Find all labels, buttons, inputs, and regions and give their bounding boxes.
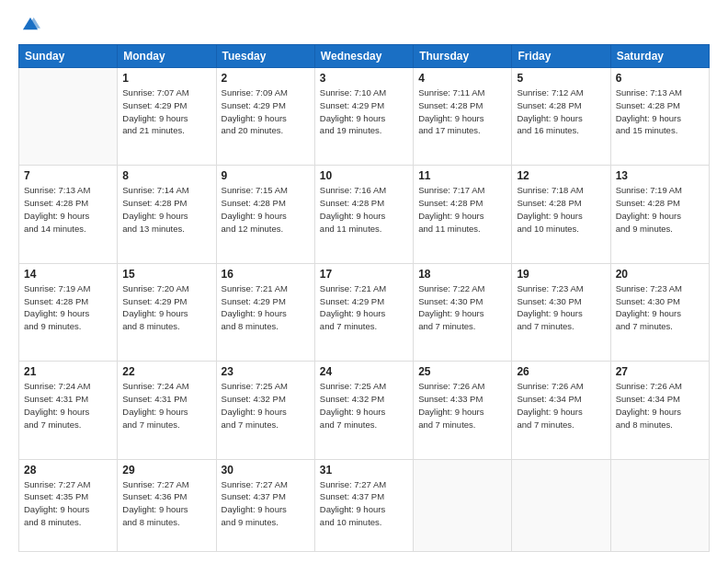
- calendar-cell: 18Sunrise: 7:22 AM Sunset: 4:30 PM Dayli…: [414, 263, 512, 361]
- day-info: Sunrise: 7:24 AM Sunset: 4:31 PM Dayligh…: [122, 380, 210, 431]
- day-info: Sunrise: 7:26 AM Sunset: 4:34 PM Dayligh…: [517, 380, 605, 431]
- calendar-cell: 14Sunrise: 7:19 AM Sunset: 4:28 PM Dayli…: [19, 263, 118, 361]
- day-number: 4: [418, 72, 506, 85]
- calendar-week-3: 14Sunrise: 7:19 AM Sunset: 4:28 PM Dayli…: [19, 263, 710, 361]
- day-number: 8: [122, 169, 210, 182]
- day-number: 9: [222, 169, 310, 182]
- day-number: 6: [616, 72, 704, 85]
- calendar-cell: 29Sunrise: 7:27 AM Sunset: 4:36 PM Dayli…: [118, 459, 216, 551]
- day-number: 17: [320, 268, 408, 281]
- day-info: Sunrise: 7:16 AM Sunset: 4:28 PM Dayligh…: [320, 184, 408, 235]
- calendar-cell: 13Sunrise: 7:19 AM Sunset: 4:28 PM Dayli…: [610, 166, 709, 263]
- calendar-cell: 6Sunrise: 7:13 AM Sunset: 4:28 PM Daylig…: [610, 68, 709, 166]
- day-info: Sunrise: 7:21 AM Sunset: 4:29 PM Dayligh…: [222, 282, 310, 333]
- logo-icon: [20, 15, 40, 35]
- calendar-cell: 16Sunrise: 7:21 AM Sunset: 4:29 PM Dayli…: [216, 263, 314, 361]
- day-info: Sunrise: 7:23 AM Sunset: 4:30 PM Dayligh…: [616, 282, 704, 333]
- day-info: Sunrise: 7:22 AM Sunset: 4:30 PM Dayligh…: [418, 282, 506, 333]
- calendar-cell: 23Sunrise: 7:25 AM Sunset: 4:32 PM Dayli…: [216, 362, 314, 459]
- calendar-cell: 8Sunrise: 7:14 AM Sunset: 4:28 PM Daylig…: [118, 166, 216, 263]
- day-info: Sunrise: 7:26 AM Sunset: 4:34 PM Dayligh…: [616, 380, 704, 431]
- calendar-cell: 28Sunrise: 7:27 AM Sunset: 4:35 PM Dayli…: [19, 459, 118, 551]
- day-info: Sunrise: 7:11 AM Sunset: 4:28 PM Dayligh…: [418, 86, 506, 137]
- calendar-cell: 26Sunrise: 7:26 AM Sunset: 4:34 PM Dayli…: [512, 362, 610, 459]
- day-info: Sunrise: 7:15 AM Sunset: 4:28 PM Dayligh…: [222, 184, 310, 235]
- day-number: 25: [418, 365, 506, 378]
- day-info: Sunrise: 7:17 AM Sunset: 4:28 PM Dayligh…: [418, 184, 506, 235]
- calendar-week-2: 7Sunrise: 7:13 AM Sunset: 4:28 PM Daylig…: [19, 166, 710, 263]
- calendar-cell: 27Sunrise: 7:26 AM Sunset: 4:34 PM Dayli…: [610, 362, 709, 459]
- weekday-header-wednesday: Wednesday: [314, 45, 413, 68]
- day-info: Sunrise: 7:19 AM Sunset: 4:28 PM Dayligh…: [616, 184, 704, 235]
- day-info: Sunrise: 7:14 AM Sunset: 4:28 PM Dayligh…: [122, 184, 210, 235]
- day-number: 16: [222, 268, 310, 281]
- calendar-table: SundayMondayTuesdayWednesdayThursdayFrid…: [18, 44, 710, 552]
- calendar-cell: 11Sunrise: 7:17 AM Sunset: 4:28 PM Dayli…: [414, 166, 512, 263]
- day-info: Sunrise: 7:13 AM Sunset: 4:28 PM Dayligh…: [616, 86, 704, 137]
- day-info: Sunrise: 7:09 AM Sunset: 4:29 PM Dayligh…: [222, 86, 310, 137]
- calendar-cell: 5Sunrise: 7:12 AM Sunset: 4:28 PM Daylig…: [512, 68, 610, 166]
- day-info: Sunrise: 7:27 AM Sunset: 4:37 PM Dayligh…: [222, 478, 310, 529]
- day-info: Sunrise: 7:13 AM Sunset: 4:28 PM Dayligh…: [24, 184, 112, 235]
- day-number: 19: [517, 268, 605, 281]
- day-info: Sunrise: 7:10 AM Sunset: 4:29 PM Dayligh…: [320, 86, 408, 137]
- calendar-cell: 2Sunrise: 7:09 AM Sunset: 4:29 PM Daylig…: [216, 68, 314, 166]
- calendar-cell: 4Sunrise: 7:11 AM Sunset: 4:28 PM Daylig…: [414, 68, 512, 166]
- day-info: Sunrise: 7:18 AM Sunset: 4:28 PM Dayligh…: [517, 184, 605, 235]
- day-info: Sunrise: 7:24 AM Sunset: 4:31 PM Dayligh…: [24, 380, 112, 431]
- day-info: Sunrise: 7:23 AM Sunset: 4:30 PM Dayligh…: [517, 282, 605, 333]
- day-number: 30: [222, 464, 310, 477]
- weekday-header-thursday: Thursday: [414, 45, 512, 68]
- day-info: Sunrise: 7:07 AM Sunset: 4:29 PM Dayligh…: [122, 86, 210, 137]
- header: [18, 15, 710, 35]
- day-number: 11: [418, 169, 506, 182]
- day-info: Sunrise: 7:27 AM Sunset: 4:36 PM Dayligh…: [122, 478, 210, 529]
- calendar-cell: [414, 459, 512, 551]
- day-number: 21: [24, 365, 112, 378]
- calendar-week-5: 28Sunrise: 7:27 AM Sunset: 4:35 PM Dayli…: [19, 459, 710, 551]
- day-number: 18: [418, 268, 506, 281]
- day-info: Sunrise: 7:25 AM Sunset: 4:32 PM Dayligh…: [222, 380, 310, 431]
- calendar-cell: 20Sunrise: 7:23 AM Sunset: 4:30 PM Dayli…: [610, 263, 709, 361]
- weekday-header-tuesday: Tuesday: [216, 45, 314, 68]
- day-number: 24: [320, 365, 408, 378]
- day-info: Sunrise: 7:12 AM Sunset: 4:28 PM Dayligh…: [517, 86, 605, 137]
- weekday-header-sunday: Sunday: [19, 45, 118, 68]
- calendar-cell: 1Sunrise: 7:07 AM Sunset: 4:29 PM Daylig…: [118, 68, 216, 166]
- day-number: 12: [517, 169, 605, 182]
- calendar-week-1: 1Sunrise: 7:07 AM Sunset: 4:29 PM Daylig…: [19, 68, 710, 166]
- weekday-header-friday: Friday: [512, 45, 610, 68]
- weekday-header-monday: Monday: [118, 45, 216, 68]
- calendar-cell: 3Sunrise: 7:10 AM Sunset: 4:29 PM Daylig…: [314, 68, 413, 166]
- day-info: Sunrise: 7:19 AM Sunset: 4:28 PM Dayligh…: [24, 282, 112, 333]
- day-info: Sunrise: 7:27 AM Sunset: 4:37 PM Dayligh…: [320, 478, 408, 529]
- day-number: 22: [122, 365, 210, 378]
- day-number: 1: [122, 72, 210, 85]
- calendar-cell: [19, 68, 118, 166]
- calendar-cell: 9Sunrise: 7:15 AM Sunset: 4:28 PM Daylig…: [216, 166, 314, 263]
- calendar-cell: 10Sunrise: 7:16 AM Sunset: 4:28 PM Dayli…: [314, 166, 413, 263]
- calendar-cell: [610, 459, 709, 551]
- weekday-header-saturday: Saturday: [610, 45, 709, 68]
- calendar-cell: 19Sunrise: 7:23 AM Sunset: 4:30 PM Dayli…: [512, 263, 610, 361]
- day-number: 31: [320, 464, 408, 477]
- day-number: 26: [517, 365, 605, 378]
- calendar-cell: 17Sunrise: 7:21 AM Sunset: 4:29 PM Dayli…: [314, 263, 413, 361]
- day-number: 29: [122, 464, 210, 477]
- day-info: Sunrise: 7:25 AM Sunset: 4:32 PM Dayligh…: [320, 380, 408, 431]
- day-info: Sunrise: 7:26 AM Sunset: 4:33 PM Dayligh…: [418, 380, 506, 431]
- day-number: 28: [24, 464, 112, 477]
- day-info: Sunrise: 7:21 AM Sunset: 4:29 PM Dayligh…: [320, 282, 408, 333]
- calendar-cell: 21Sunrise: 7:24 AM Sunset: 4:31 PM Dayli…: [19, 362, 118, 459]
- calendar-week-4: 21Sunrise: 7:24 AM Sunset: 4:31 PM Dayli…: [19, 362, 710, 459]
- calendar-cell: 31Sunrise: 7:27 AM Sunset: 4:37 PM Dayli…: [314, 459, 413, 551]
- day-number: 13: [616, 169, 704, 182]
- calendar-cell: [512, 459, 610, 551]
- calendar-cell: 7Sunrise: 7:13 AM Sunset: 4:28 PM Daylig…: [19, 166, 118, 263]
- day-number: 7: [24, 169, 112, 182]
- weekday-header-row: SundayMondayTuesdayWednesdayThursdayFrid…: [19, 45, 710, 68]
- calendar-cell: 30Sunrise: 7:27 AM Sunset: 4:37 PM Dayli…: [216, 459, 314, 551]
- calendar-cell: 25Sunrise: 7:26 AM Sunset: 4:33 PM Dayli…: [414, 362, 512, 459]
- day-number: 27: [616, 365, 704, 378]
- calendar-cell: 22Sunrise: 7:24 AM Sunset: 4:31 PM Dayli…: [118, 362, 216, 459]
